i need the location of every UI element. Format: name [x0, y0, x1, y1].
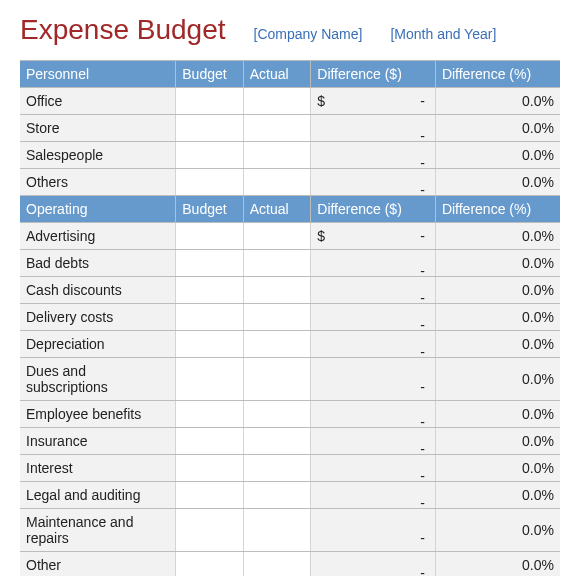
row-label: Delivery costs [20, 304, 176, 331]
difference-percent-cell: 0.0% [435, 401, 560, 428]
difference-dollar-cell: - [311, 115, 436, 142]
difference-percent-cell: 0.0% [435, 277, 560, 304]
column-header: Difference ($) [311, 61, 436, 88]
actual-cell[interactable] [243, 428, 311, 455]
budget-cell[interactable] [176, 115, 244, 142]
column-header: Difference (%) [435, 196, 560, 223]
budget-cell[interactable] [176, 169, 244, 196]
difference-dollar-cell: - [311, 142, 436, 169]
row-label: Legal and auditing [20, 482, 176, 509]
row-label: Employee benefits [20, 401, 176, 428]
row-label: Interest [20, 455, 176, 482]
company-name-placeholder[interactable]: [Company Name] [254, 26, 363, 42]
difference-dollar-cell: - [311, 509, 436, 552]
actual-cell[interactable] [243, 115, 311, 142]
actual-cell[interactable] [243, 169, 311, 196]
actual-cell[interactable] [243, 552, 311, 577]
actual-cell[interactable] [243, 482, 311, 509]
row-label: Other [20, 552, 176, 577]
difference-dollar-cell: - [311, 250, 436, 277]
expense-table: PersonnelBudgetActualDifference ($)Diffe… [20, 60, 560, 576]
table-row: Legal and auditing-0.0% [20, 482, 560, 509]
actual-cell[interactable] [243, 331, 311, 358]
table-row: Others-0.0% [20, 169, 560, 196]
row-label: Store [20, 115, 176, 142]
difference-percent-cell: 0.0% [435, 142, 560, 169]
table-row: Depreciation-0.0% [20, 331, 560, 358]
column-header: Actual [243, 196, 311, 223]
month-year-placeholder[interactable]: [Month and Year] [390, 26, 496, 42]
table-row: Other-0.0% [20, 552, 560, 577]
difference-percent-cell: 0.0% [435, 482, 560, 509]
budget-cell[interactable] [176, 142, 244, 169]
budget-cell[interactable] [176, 304, 244, 331]
difference-dollar-cell: - [311, 428, 436, 455]
difference-percent-cell: 0.0% [435, 509, 560, 552]
difference-dollar-cell: - [311, 331, 436, 358]
budget-cell[interactable] [176, 428, 244, 455]
row-label: Salespeople [20, 142, 176, 169]
actual-cell[interactable] [243, 455, 311, 482]
actual-cell[interactable] [243, 88, 311, 115]
budget-cell[interactable] [176, 277, 244, 304]
budget-cell[interactable] [176, 552, 244, 577]
difference-percent-cell: 0.0% [435, 455, 560, 482]
actual-cell[interactable] [243, 358, 311, 401]
document-header: Expense Budget [Company Name] [Month and… [20, 14, 560, 46]
table-row: Interest-0.0% [20, 455, 560, 482]
row-label: Depreciation [20, 331, 176, 358]
difference-percent-cell: 0.0% [435, 304, 560, 331]
difference-dollar-cell: - [311, 169, 436, 196]
difference-percent-cell: 0.0% [435, 250, 560, 277]
difference-percent-cell: 0.0% [435, 358, 560, 401]
difference-percent-cell: 0.0% [435, 223, 560, 250]
difference-percent-cell: 0.0% [435, 88, 560, 115]
table-row: Store-0.0% [20, 115, 560, 142]
budget-cell[interactable] [176, 331, 244, 358]
difference-percent-cell: 0.0% [435, 552, 560, 577]
difference-dollar-cell: - [311, 304, 436, 331]
table-row: Maintenance and repairs-0.0% [20, 509, 560, 552]
column-header: Actual [243, 61, 311, 88]
actual-cell[interactable] [243, 509, 311, 552]
budget-cell[interactable] [176, 358, 244, 401]
column-header: Difference ($) [311, 196, 436, 223]
budget-cell[interactable] [176, 401, 244, 428]
difference-percent-cell: 0.0% [435, 428, 560, 455]
difference-dollar-cell: $- [311, 88, 436, 115]
budget-cell[interactable] [176, 509, 244, 552]
actual-cell[interactable] [243, 401, 311, 428]
row-label: Others [20, 169, 176, 196]
table-row: Cash discounts-0.0% [20, 277, 560, 304]
actual-cell[interactable] [243, 142, 311, 169]
difference-dollar-cell: - [311, 401, 436, 428]
row-label: Maintenance and repairs [20, 509, 176, 552]
budget-cell[interactable] [176, 482, 244, 509]
actual-cell[interactable] [243, 250, 311, 277]
budget-cell[interactable] [176, 455, 244, 482]
section-header-row: PersonnelBudgetActualDifference ($)Diffe… [20, 61, 560, 88]
difference-dollar-cell: - [311, 277, 436, 304]
budget-cell[interactable] [176, 223, 244, 250]
section-header-row: OperatingBudgetActualDifference ($)Diffe… [20, 196, 560, 223]
difference-dollar-cell: - [311, 358, 436, 401]
row-label: Cash discounts [20, 277, 176, 304]
difference-dollar-cell: $- [311, 223, 436, 250]
table-row: Delivery costs-0.0% [20, 304, 560, 331]
actual-cell[interactable] [243, 304, 311, 331]
budget-cell[interactable] [176, 250, 244, 277]
section-name: Operating [20, 196, 176, 223]
difference-percent-cell: 0.0% [435, 115, 560, 142]
row-label: Insurance [20, 428, 176, 455]
column-header: Budget [176, 61, 244, 88]
table-row: Dues and subscriptions-0.0% [20, 358, 560, 401]
table-row: Bad debts-0.0% [20, 250, 560, 277]
table-row: Insurance-0.0% [20, 428, 560, 455]
actual-cell[interactable] [243, 277, 311, 304]
row-label: Dues and subscriptions [20, 358, 176, 401]
budget-cell[interactable] [176, 88, 244, 115]
section-name: Personnel [20, 61, 176, 88]
row-label: Bad debts [20, 250, 176, 277]
difference-dollar-cell: - [311, 455, 436, 482]
actual-cell[interactable] [243, 223, 311, 250]
